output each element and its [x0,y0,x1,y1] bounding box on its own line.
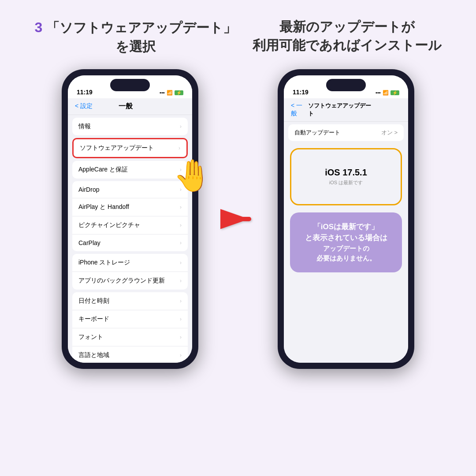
callout-sub-text: アップデートの必要はありません。 [301,244,391,264]
update-card: iOS 17.5.1 iOS は最新です [290,148,402,205]
right-status-time: 11:19 [293,89,309,96]
item-bg-refresh[interactable]: アプリのバックグラウンド更新 › [72,272,188,290]
left-phone: 11:19 ▪▪▪ 📶 ⚡ < 設定 一般 情報 › [62,69,198,369]
item-carplay[interactable]: CarPlay › [72,234,188,251]
left-screen: 11:19 ▪▪▪ 📶 ⚡ < 設定 一般 情報 › [68,75,192,363]
auto-update-value: オン > [381,129,398,137]
right-nav-back[interactable]: < 一般 [291,102,308,118]
left-status-time: 11:19 [77,89,93,96]
item-iphone-storage[interactable]: iPhone ストレージ › [72,254,188,272]
group-date: 日付と時刻 › キーボード › フォント › 言語と地域 › [72,292,188,363]
right-nav-bar: < 一般 ソフトウェアアップデート [284,98,408,122]
right-step-label: 最新のアップデートが 利用可能であればインストール [253,18,442,56]
left-settings-list: 情報 › ソフトウェアアップデート › AppleCare と保証 › [68,115,192,363]
highlighted-software-update[interactable]: ソフトウェアアップデート › [72,138,188,158]
right-title-2: 利用可能であればインストール [253,38,442,52]
item-airdrop[interactable]: AirDrop › [72,181,188,198]
group-info: 情報 › [72,118,188,135]
item-airplay[interactable]: AirPlay と Handoff › [72,198,188,216]
auto-update-label: 自動アップデート [294,129,340,137]
left-title-2: を選択 [115,39,156,54]
right-nav-title: ソフトウェアアップデート [308,102,375,118]
callout-main-text: 「iOSは最新です」と表示されている場合は [301,221,391,244]
right-phone: 11:19 ▪▪▪ 📶 ⚡ < 一般 ソフトウェアアップデート 自動アップデート… [278,69,414,369]
item-software-update[interactable]: ソフトウェアアップデート › [74,139,186,157]
right-status-icons: ▪▪▪ 📶 ⚡ [376,90,399,96]
item-keyboard[interactable]: キーボード › [72,310,188,328]
item-pip[interactable]: ピクチャインピクチャ › [72,216,188,234]
item-applecare[interactable]: AppleCare と保証 › [72,161,188,178]
left-status-icons: ▪▪▪ 📶 ⚡ [160,90,183,96]
ios-status-label: iOS は最新です [329,179,363,186]
left-nav-back[interactable]: < 設定 [75,102,93,110]
arrow-container [220,206,256,232]
item-info[interactable]: 情報 › [72,118,188,135]
dynamic-island-right [326,79,366,91]
right-title-1: 最新のアップデートが [279,19,415,34]
left-title: 「ソフトウェアアップデート」 [46,20,236,35]
callout-box: 「iOSは最新です」と表示されている場合は アップデートの必要はありません。 [290,212,402,272]
software-update-label: ソフトウェアアップデート [80,144,154,152]
ios-version-label: iOS 17.5.1 [325,167,367,178]
group-airdrop: AirDrop › AirPlay と Handoff › ピクチャインピクチャ… [72,181,188,251]
item-datetime[interactable]: 日付と時刻 › [72,292,188,310]
step-number: 3 [34,19,42,35]
item-language[interactable]: 言語と地域 › [72,346,188,363]
dynamic-island-left [110,79,150,91]
auto-update-row[interactable]: 自動アップデート オン > [288,124,404,141]
right-screen: 11:19 ▪▪▪ 📶 ⚡ < 一般 ソフトウェアアップデート 自動アップデート… [284,75,408,363]
left-nav-title: 一般 [119,102,133,111]
top-labels: 3 「ソフトウェアアップデート」 を選択 最新のアップデートが 利用可能であれば… [0,0,476,65]
right-content: 自動アップデート オン > iOS 17.5.1 iOS は最新です 「iOSは… [284,122,408,363]
item-font[interactable]: フォント › [72,328,188,346]
right-arrow-svg [220,206,256,232]
group-storage: iPhone ストレージ › アプリのバックグラウンド更新 › [72,254,188,290]
phones-row: 11:19 ▪▪▪ 📶 ⚡ < 設定 一般 情報 › [44,65,432,373]
left-step-label: 3 「ソフトウェアアップデート」 を選択 [34,18,236,56]
left-nav-bar: < 設定 一般 [68,98,192,115]
group-applecare: AppleCare と保証 › [72,161,188,178]
